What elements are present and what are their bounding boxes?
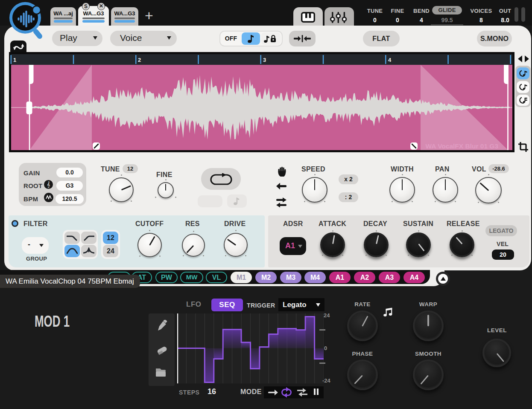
svg-text:2: 2 [138,57,141,63]
svg-text:1: 1 [13,57,16,63]
svg-text:3: 3 [263,57,266,63]
svg-text:WA VocalFX Blur 01 G3: WA VocalFX Blur 01 G3 [425,142,498,150]
svg-text:4: 4 [388,57,392,63]
